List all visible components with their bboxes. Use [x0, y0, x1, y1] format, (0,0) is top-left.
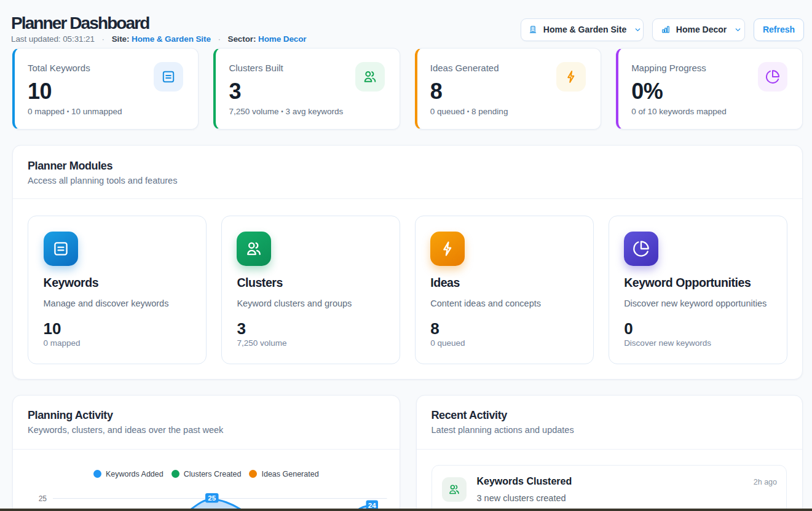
svg-text:24: 24	[368, 501, 376, 509]
svg-text:25: 25	[208, 494, 216, 502]
svg-text:25: 25	[39, 494, 47, 502]
